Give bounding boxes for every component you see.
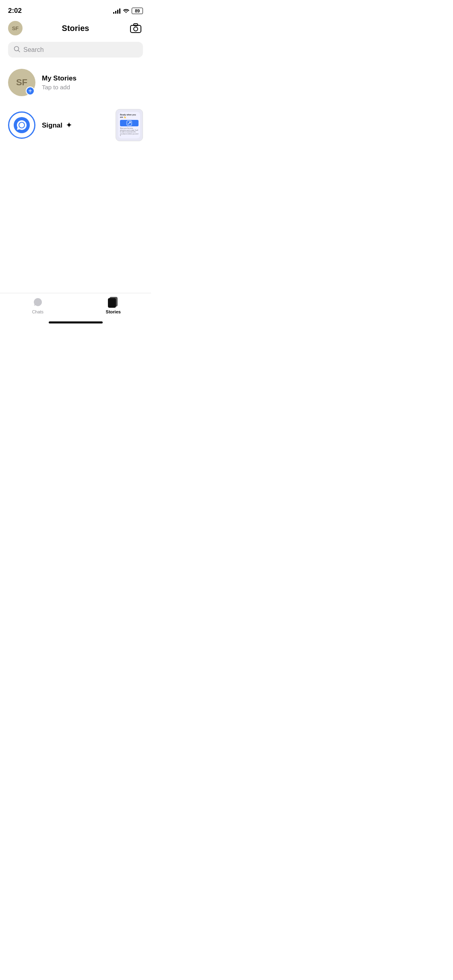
signal-story-info: Signal ✦	[42, 121, 116, 130]
svg-point-1	[134, 27, 138, 31]
search-bar[interactable]: Search	[8, 42, 143, 58]
user-avatar-small[interactable]: SF	[8, 21, 23, 35]
svg-rect-2	[134, 24, 138, 26]
add-story-badge: +	[26, 86, 35, 95]
wifi-icon	[123, 8, 129, 14]
my-stories-subtitle: Tap to add	[42, 84, 143, 91]
story-thumbnail[interactable]: Ready when you are 👆 Share your first st…	[116, 109, 143, 141]
my-stories-row[interactable]: SF + My Stories Tap to add	[0, 64, 151, 101]
signal-avatar-wrap	[8, 111, 35, 139]
chats-tab-label: Chats	[32, 309, 43, 314]
svg-rect-0	[130, 25, 141, 33]
home-indicator	[49, 321, 103, 323]
stories-tab-icon	[108, 296, 119, 308]
my-story-avatar-wrap: SF +	[8, 69, 35, 96]
search-container: Search	[0, 39, 151, 64]
tab-chats[interactable]: Chats	[0, 296, 76, 314]
search-placeholder: Search	[23, 46, 44, 54]
svg-line-4	[18, 50, 20, 52]
search-icon	[14, 46, 20, 54]
stories-tab-label: Stories	[106, 309, 121, 314]
thumbnail-inner: Ready when you are 👆 Share your first st…	[118, 112, 140, 138]
status-bar: 2:02 89	[0, 0, 151, 18]
svg-line-8	[128, 122, 130, 124]
signal-bars-icon	[113, 8, 120, 14]
battery-icon: 89	[132, 8, 143, 14]
signal-story-name: Signal ✦	[42, 121, 72, 129]
thumbnail-blue-box	[120, 120, 139, 126]
verified-badge-icon: ✦	[66, 121, 72, 129]
header: SF Stories	[0, 18, 151, 39]
page-title: Stories	[62, 24, 89, 33]
camera-icon[interactable]	[128, 21, 143, 35]
status-time: 2:02	[8, 7, 22, 15]
my-stories-name: My Stories	[42, 74, 143, 82]
signal-story-row[interactable]: Signal ✦ Ready when you are 👆 Share your…	[0, 104, 151, 146]
status-icons: 89	[113, 8, 143, 14]
my-stories-info: My Stories Tap to add	[42, 74, 143, 91]
chats-tab-icon	[32, 296, 43, 308]
signal-avatar	[8, 111, 35, 139]
tab-stories[interactable]: Stories	[76, 296, 151, 314]
